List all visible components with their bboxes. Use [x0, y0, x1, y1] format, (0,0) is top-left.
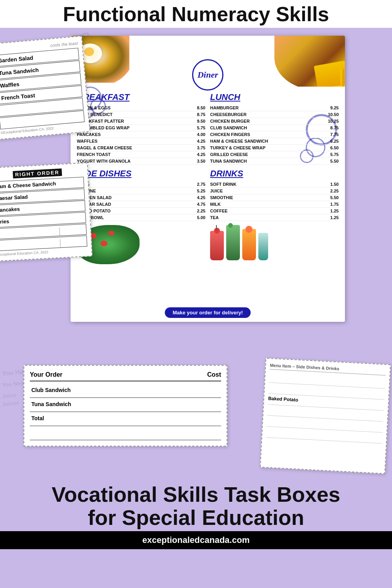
drink-item: SOFT DRINK1.50: [210, 181, 339, 188]
side-item: GARDEN SALAD4.25: [77, 194, 205, 201]
breakfast-item: WAFFLES4.25: [77, 138, 205, 145]
your-order-row-2: Tuna Sandwich: [30, 398, 221, 412]
lunch-item: CHEESEBURGER10.50: [210, 111, 339, 118]
drinks-image: [210, 225, 339, 260]
drinks-section: DRINKS SOFT DRINK1.50JUICE2.25SMOOTHIE5.…: [208, 169, 341, 264]
diner-menu-card: Diner BREAKFAST BACON & EGGS8.50EGGS BEN…: [71, 36, 345, 322]
footer-line1: Vocational Skills Task Boxes: [52, 483, 340, 506]
bg-wm-juices: Juices: [2, 399, 19, 407]
side-item: CAESAR SALAD4.75: [77, 201, 205, 208]
drink-items: SOFT DRINK1.50JUICE2.25SMOOTHIE5.50MILK1…: [210, 181, 339, 221]
drink-item: MILK1.75: [210, 201, 339, 208]
drinks-title: DRINKS: [210, 169, 339, 179]
lunch-item: CHICKEN BURGER10.25: [210, 118, 339, 125]
lunch-item: TURKEY & CHEESE WRAP6.50: [210, 145, 339, 151]
side-item: FRUIT BOWL5.00: [77, 214, 205, 221]
drink-item: COFFEE1.25: [210, 208, 339, 214]
lunch-section: LUNCH HAMBURGER9.25CHEESEBURGER10.50CHIC…: [208, 92, 341, 165]
delivery-badge: Make your order for delivery!: [165, 307, 250, 318]
diner-name: Diner: [198, 70, 218, 80]
breakfast-item: FRENCH TOAST4.25: [77, 151, 205, 158]
bg-wm-juice: Juice: [2, 392, 16, 399]
breakfast-item: YOGURT WITH GRANOLA3.50: [77, 158, 205, 165]
drink-item: SMOOTHIE5.50: [210, 194, 339, 201]
your-order-total-row: Total: [30, 412, 221, 426]
your-order-title: Your Order: [30, 371, 62, 378]
middle-section: BRIGHT ORDER costs the least Toast Frenc…: [0, 28, 392, 357]
your-order-row-empty: [30, 426, 221, 440]
breakfast-item: BREAKFAST PLATTER9.50: [77, 118, 205, 125]
breakfast-item: SCRAMBLED EGG WRAP5.75: [77, 125, 205, 131]
side-item: FRIES2.75: [77, 181, 205, 188]
cost-label: Cost: [207, 371, 221, 378]
footer-line2: for Special Education: [88, 506, 304, 529]
bottom-footer: Vocational Skills Task Boxes for Special…: [0, 463, 392, 549]
lunch-item: HAMBURGER9.25: [210, 105, 339, 111]
footer-website: exceptionaledcanada.com: [0, 531, 392, 549]
lunch-title: LUNCH: [210, 92, 339, 102]
lunch-item: GRILLED CHEESE5.75: [210, 151, 339, 158]
breakfast-item: BAGEL & CREAM CHEESE3.75: [77, 145, 205, 151]
side-dishes-right-card: Menu Item – Side Dishes & Drinks Baked P…: [260, 358, 391, 474]
side-items: FRIES2.75POUTINE5.25GARDEN SALAD4.25CAES…: [77, 181, 205, 221]
top-header: Functional Numeracy Skills: [0, 0, 392, 28]
main-title: Functional Numeracy Skills: [0, 3, 392, 25]
lunch-item: HAM & CHEESE SANDWICH6.25: [210, 138, 339, 145]
your-order-card: Your Order Cost Club Sandwich Tuna Sandw…: [24, 365, 227, 446]
breakfast-item: PANCAKES4.00: [77, 131, 205, 138]
bottom-section: You Have You Need Juice Juices Your Orde…: [0, 357, 392, 549]
breakfast-item: EGGS BENEDICT8.75: [77, 111, 205, 118]
breakfast-title: BREAKFAST: [77, 92, 205, 102]
breakfast-items: BACON & EGGS8.50EGGS BENEDICT8.75BREAKFA…: [77, 105, 205, 165]
drink-item: JUICE2.25: [210, 188, 339, 194]
drink-item: TEA1.25: [210, 214, 339, 221]
lunch-item: TUNA SANDWICH5.50: [210, 158, 339, 165]
left-menu-card: costs the least Garden Salad Tuna Sandwi…: [0, 36, 90, 140]
order-card-left: RIGHT ORDER Ham & Cheese Sandwich Caesar…: [0, 163, 93, 262]
side-item: POUTINE5.25: [77, 188, 205, 194]
breakfast-item: BACON & EGGS8.50: [77, 105, 205, 111]
lunch-item: CHICKEN FINGERS7.75: [210, 131, 339, 138]
your-order-row-1: Club Sandwich: [30, 384, 221, 398]
lunch-items: HAMBURGER9.25CHEESEBURGER10.50CHICKEN BU…: [210, 105, 339, 165]
breakfast-section: BREAKFAST BACON & EGGS8.50EGGS BENEDICT8…: [74, 92, 208, 165]
side-dishes-section: SIDE DISHES FRIES2.75POUTINE5.25GARDEN S…: [74, 169, 208, 264]
side-dishes-title: SIDE DISHES: [77, 169, 205, 179]
your-order-header: Your Order Cost: [30, 371, 221, 381]
lunch-item: CLUB SANDWICH8.75: [210, 125, 339, 131]
side-item: BAKED POTATO2.25: [77, 208, 205, 214]
